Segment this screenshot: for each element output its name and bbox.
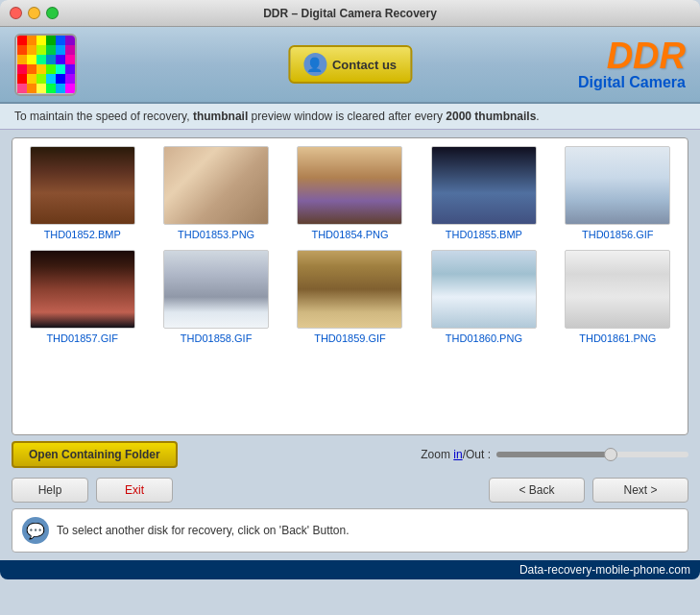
thumbnail-image [163,146,269,225]
status-bar: 💬 To select another disk for recovery, c… [12,508,688,553]
thumbnail-filename: THD01859.GIF [314,332,386,344]
thumbnail-image [565,250,670,329]
thumbnail-item[interactable]: THD01857.GIF [20,250,144,344]
thumbnail-filename: THD01855.BMP [446,229,522,240]
main-area: THD01852.BMPTHD01853.PNGTHD01854.PNGTHD0… [0,130,700,560]
zoom-slider[interactable] [496,452,688,457]
thumbnail-image [297,146,402,225]
exit-button[interactable]: Exit [96,478,173,503]
zoom-row: Zoom in/Out : [421,448,688,461]
info-bar: To maintain the speed of recovery, thumb… [0,104,700,130]
thumbnail-image [431,146,537,225]
zoom-out-label: Out [466,448,484,461]
thumbnail-image [30,250,135,329]
next-button[interactable]: Next > [592,478,688,503]
zoom-label: Zoom in/Out : [421,448,491,461]
thumbnail-item[interactable]: THD01853.PNG [154,146,278,240]
thumbnail-item[interactable]: THD01860.PNG [422,250,545,344]
header: 👤 Contact us DDR Digital Camera [0,27,700,104]
thumbnail-item[interactable]: THD01858.GIF [154,250,278,344]
thumbnail-filename: THD01854.PNG [311,229,388,240]
logo-mosaic [17,36,75,93]
thumbnail-item[interactable]: THD01852.BMP [20,146,144,240]
footer-text: Data-recovery-mobile-phone.com [519,563,690,577]
controls-row: Open Containing Folder Zoom in/Out : [12,435,688,474]
thumbnail-filename: THD01860.PNG [446,332,522,344]
title-bar: DDR – Digital Camera Recovery [0,0,700,27]
thumbnail-grid: THD01852.BMPTHD01853.PNGTHD01854.PNGTHD0… [20,146,680,344]
thumbnail-filename: THD01853.PNG [178,229,254,240]
thumbnail-filename: THD01861.PNG [579,332,656,344]
status-message: To select another disk for recovery, cli… [57,524,350,537]
buttons-row: Help Exit < Back Next > [12,474,688,506]
ddr-subtitle: Digital Camera [578,74,686,91]
info-text: To maintain the speed of recovery, thumb… [14,110,540,123]
contact-label: Contact us [332,58,397,72]
window-title: DDR – Digital Camera Recovery [263,7,437,20]
thumbnail-filename: THD01856.GIF [582,229,654,240]
thumbnail-image [431,250,537,329]
status-icon: 💬 [22,517,49,544]
close-button[interactable] [10,7,22,19]
open-folder-button[interactable]: Open Containing Folder [12,441,178,468]
thumbnail-item[interactable]: THD01861.PNG [556,250,680,344]
thumbnail-filename: THD01852.BMP [44,229,121,240]
back-button[interactable]: < Back [489,478,585,503]
thumbnail-filename: THD01858.GIF [181,332,253,344]
window-controls[interactable] [10,7,59,19]
ddr-title: DDR Digital Camera [578,37,686,91]
contact-icon: 👤 [303,53,326,76]
help-button[interactable]: Help [12,478,88,503]
ddr-brand: DDR [578,37,686,74]
thumbnail-item[interactable]: THD01856.GIF [556,146,680,240]
thumbnail-container[interactable]: THD01852.BMPTHD01853.PNGTHD01854.PNGTHD0… [12,137,688,435]
thumbnail-item[interactable]: THD01859.GIF [288,250,412,344]
thumbnail-image [30,146,135,225]
footer: Data-recovery-mobile-phone.com [0,560,700,579]
minimize-button[interactable] [28,7,40,19]
thumbnail-image [163,250,269,329]
thumbnail-image [297,250,402,329]
logo-box [14,34,77,96]
thumbnail-item[interactable]: THD01855.BMP [422,146,545,240]
maximize-button[interactable] [46,7,59,19]
thumbnail-image [565,146,670,225]
contact-button[interactable]: 👤 Contact us [288,45,412,84]
thumbnail-filename: THD01857.GIF [46,332,118,344]
thumbnail-item[interactable]: THD01854.PNG [288,146,412,240]
zoom-in-label: in [453,448,462,461]
